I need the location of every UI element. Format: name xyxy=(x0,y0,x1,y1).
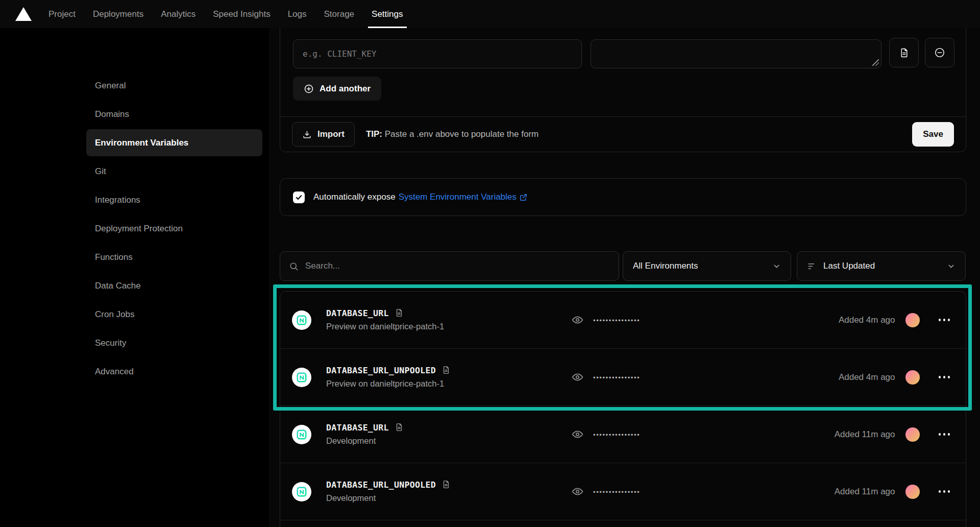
sidebar-item-general[interactable]: General xyxy=(86,72,262,99)
env-var-target: Development xyxy=(326,493,451,502)
neon-integration-icon xyxy=(292,310,311,330)
env-var-value: ••••••••••••••• xyxy=(571,292,640,348)
neon-integration-icon xyxy=(292,368,311,387)
eye-icon[interactable] xyxy=(571,428,584,441)
eye-icon[interactable] xyxy=(571,485,584,498)
sidebar-item-functions[interactable]: Functions xyxy=(86,244,262,271)
user-avatar xyxy=(905,485,920,499)
note-icon[interactable] xyxy=(395,308,404,318)
tip-text: TIP: Paste a .env above to populate the … xyxy=(366,129,538,139)
external-link-icon xyxy=(519,193,528,202)
search-input[interactable] xyxy=(305,261,610,271)
vercel-logo-icon[interactable] xyxy=(15,7,32,21)
nav-tab-analytics[interactable]: Analytics xyxy=(152,0,204,28)
import-label: Import xyxy=(317,129,345,139)
expose-checkbox[interactable] xyxy=(293,191,305,203)
env-var-meta: Added 11m ago xyxy=(835,406,950,463)
project-nav: Project Deployments Analytics Speed Insi… xyxy=(40,0,412,28)
added-timestamp: Added 4m ago xyxy=(839,372,895,382)
eye-icon[interactable] xyxy=(571,314,584,326)
remove-row-button[interactable] xyxy=(925,38,954,67)
neon-integration-icon xyxy=(292,425,311,444)
save-button[interactable]: Save xyxy=(912,122,954,147)
env-value-textarea[interactable] xyxy=(591,39,881,68)
environment-filter-value: All Environments xyxy=(633,261,698,271)
system-env-variables-link-label: System Environment Variables xyxy=(399,192,517,202)
nav-tab-speed-insights[interactable]: Speed Insights xyxy=(204,0,279,28)
eye-icon[interactable] xyxy=(571,371,584,384)
top-nav: Project Deployments Analytics Speed Insi… xyxy=(0,0,980,28)
added-timestamp: Added 4m ago xyxy=(839,315,895,325)
settings-sidebar: General Domains Environment Variables Gi… xyxy=(0,28,269,527)
sidebar-item-data-cache[interactable]: Data Cache xyxy=(86,272,262,299)
env-var-target: Development xyxy=(326,436,404,445)
env-var-target: Preview on danieltprice-patch-1 xyxy=(326,378,451,388)
resize-grip-icon[interactable] xyxy=(872,59,879,66)
expose-text: Automatically expose xyxy=(313,192,396,202)
sort-value: Last Updated xyxy=(823,261,875,271)
env-var-row[interactable]: DATABASE_URL Preview on danieltprice-pat… xyxy=(280,292,966,349)
sort-select[interactable]: Last Updated xyxy=(797,251,966,281)
nav-tab-deployments[interactable]: Deployments xyxy=(84,0,152,28)
note-icon[interactable] xyxy=(442,366,451,375)
env-var-row[interactable]: DATABASE_URL_UNPOOLED Development xyxy=(280,463,966,520)
env-var-name: DATABASE_URL_UNPOOLED xyxy=(326,480,436,489)
nav-tab-settings[interactable]: Settings xyxy=(363,0,411,28)
nav-tab-logs[interactable]: Logs xyxy=(279,0,315,28)
neon-integration-icon xyxy=(292,482,311,501)
env-var-row[interactable]: DATABASE_URL Development xyxy=(280,406,966,463)
masked-value: ••••••••••••••• xyxy=(593,430,640,439)
added-timestamp: Added 11m ago xyxy=(835,487,895,497)
row-actions-menu[interactable] xyxy=(939,376,950,378)
env-var-meta: Added 11m ago xyxy=(835,463,950,520)
user-avatar xyxy=(905,370,920,385)
sidebar-item-environment-variables[interactable]: Environment Variables xyxy=(86,129,262,156)
masked-value: ••••••••••••••• xyxy=(593,487,640,496)
env-var-name: DATABASE_URL xyxy=(326,422,389,432)
system-env-variables-link[interactable]: System Environment Variables xyxy=(399,192,528,202)
masked-value: ••••••••••••••• xyxy=(593,373,640,381)
environment-filter-select[interactable]: All Environments xyxy=(623,251,791,281)
nav-tab-storage[interactable]: Storage xyxy=(315,0,363,28)
paste-env-button[interactable] xyxy=(889,38,919,67)
env-key-input[interactable] xyxy=(293,39,582,68)
search-box xyxy=(280,251,619,281)
nav-tab-project[interactable]: Project xyxy=(40,0,84,28)
env-var-ident: DATABASE_URL_UNPOOLED Development xyxy=(326,480,451,502)
env-var-row[interactable]: DATABASE_URL_UNPOOLED Preview on danielt… xyxy=(280,349,966,406)
settings-sidebar-list: General Domains Environment Variables Gi… xyxy=(86,72,262,387)
env-var-ident: DATABASE_URL_UNPOOLED Preview on danielt… xyxy=(326,365,451,388)
sort-icon xyxy=(807,261,817,271)
row-actions-menu[interactable] xyxy=(939,433,950,436)
sidebar-item-cron-jobs[interactable]: Cron Jobs xyxy=(86,301,262,328)
sidebar-item-integrations[interactable]: Integrations xyxy=(86,186,262,213)
import-button[interactable]: Import xyxy=(292,122,355,147)
row-actions-menu[interactable] xyxy=(939,319,950,321)
add-another-button[interactable]: Add another xyxy=(293,77,381,101)
user-avatar xyxy=(905,313,920,327)
download-icon xyxy=(302,130,312,139)
sidebar-item-security[interactable]: Security xyxy=(86,329,262,356)
expose-label: Automatically expose System Environment … xyxy=(313,192,528,202)
sidebar-item-deployment-protection[interactable]: Deployment Protection xyxy=(86,215,262,242)
env-var-name: DATABASE_URL xyxy=(326,308,389,318)
env-var-ident: DATABASE_URL Preview on danieltprice-pat… xyxy=(326,308,444,331)
plus-circle-icon xyxy=(304,84,314,94)
note-icon[interactable] xyxy=(395,423,404,432)
masked-value: ••••••••••••••• xyxy=(593,316,640,324)
sidebar-item-domains[interactable]: Domains xyxy=(86,101,262,128)
sidebar-item-advanced[interactable]: Advanced xyxy=(86,358,262,385)
form-footer: Import TIP: Paste a .env above to popula… xyxy=(280,116,966,152)
main-content: Add another Import TIP: Paste a .env abo… xyxy=(269,28,980,527)
note-icon[interactable] xyxy=(442,480,451,489)
env-var-value: ••••••••••••••• xyxy=(571,406,640,463)
sidebar-item-git[interactable]: Git xyxy=(86,158,262,185)
check-icon xyxy=(295,194,303,201)
minus-circle-icon xyxy=(934,47,945,58)
tip-label: TIP: xyxy=(366,129,382,139)
row-actions-menu[interactable] xyxy=(939,490,950,493)
expose-system-env-card: Automatically expose System Environment … xyxy=(280,178,966,216)
add-variable-card: Add another Import TIP: Paste a .env abo… xyxy=(280,15,966,152)
user-avatar xyxy=(905,427,920,442)
env-var-name: DATABASE_URL_UNPOOLED xyxy=(326,365,436,375)
